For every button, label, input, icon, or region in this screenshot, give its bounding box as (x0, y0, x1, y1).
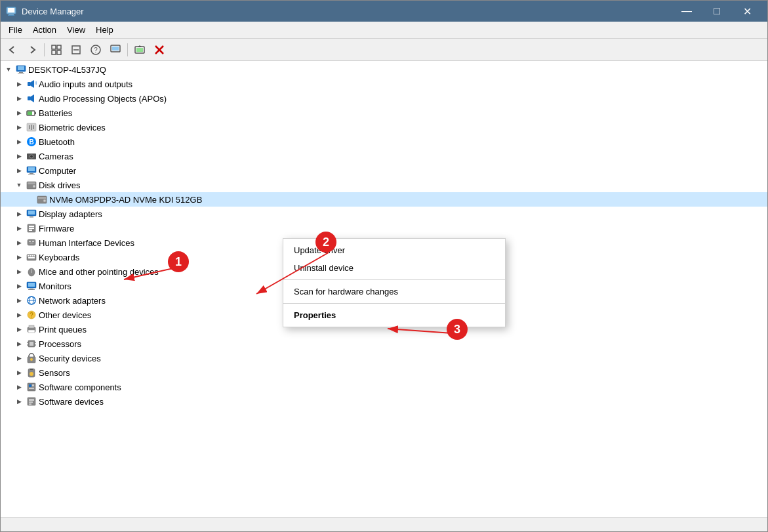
item-label: Sensors (39, 368, 70, 378)
menu-action[interactable]: Action (28, 23, 62, 37)
tree-item-batteries[interactable]: ▶ Batteries (1, 106, 767, 120)
svg-marker-24 (31, 80, 34, 88)
svg-rect-93 (29, 384, 31, 387)
root-expand-icon[interactable]: ▼ (3, 64, 14, 75)
expand-icon[interactable]: ▶ (14, 353, 24, 363)
expand-all-button[interactable] (47, 41, 66, 59)
minimize-button[interactable]: — (672, 1, 702, 22)
scan-button[interactable] (131, 41, 149, 59)
tree-root[interactable]: ▼ DESKTOP-4L537JQ (1, 62, 767, 77)
tree-item-apo[interactable]: ▶ Audio Processing Objects (APOs) (1, 91, 767, 106)
expand-icon[interactable]: ▶ (14, 151, 24, 161)
network-icon (26, 295, 37, 306)
tree-item-sw-components[interactable]: ▶ Software components (1, 380, 767, 394)
svg-rect-56 (29, 230, 32, 231)
svg-point-90 (30, 372, 33, 376)
forward-button[interactable] (23, 41, 41, 59)
item-label: Software components (39, 382, 121, 392)
expand-icon[interactable]: ▶ (14, 122, 24, 133)
item-label: Bluetooth (39, 137, 75, 147)
context-menu-scan[interactable]: Scan for hardware changes (283, 283, 505, 300)
item-label: NVMe OM3PDP3-AD NVMe KDI 512GB (49, 195, 202, 205)
expand-icon[interactable]: ▶ (14, 310, 24, 320)
tree-item-computer[interactable]: ▶ Computer (1, 163, 767, 178)
expand-icon[interactable]: ▶ (14, 223, 24, 234)
svg-rect-57 (28, 239, 35, 245)
item-label: Cameras (39, 152, 73, 161)
expand-icon[interactable]: ▶ (14, 295, 24, 306)
tree-item-sensors[interactable]: ▶ Sensors (1, 365, 767, 380)
expand-icon[interactable]: ▶ (14, 396, 24, 407)
tree-item-display[interactable]: ▶ Display adapters (1, 207, 767, 221)
expand-icon[interactable]: ▶ (14, 281, 24, 291)
expand-icon[interactable]: ▶ (14, 252, 24, 262)
tree-item-cameras[interactable]: ▶ Cameras (1, 149, 767, 163)
svg-rect-6 (52, 51, 56, 54)
window-title: Device Manager (22, 7, 672, 16)
svg-rect-70 (28, 283, 35, 287)
svg-rect-22 (18, 73, 24, 73)
context-menu-uninstall[interactable]: Uninstall device (283, 259, 505, 277)
security-icon (26, 353, 37, 363)
svg-rect-13 (112, 47, 119, 51)
svg-rect-65 (33, 255, 35, 256)
expand-icon[interactable]: ▶ (14, 324, 24, 335)
svg-rect-7 (57, 51, 61, 54)
expand-icon[interactable]: ▼ (14, 180, 24, 190)
properties-button[interactable] (106, 41, 125, 59)
device-tree[interactable]: ▼ DESKTOP-4L537JQ ▶ (1, 61, 767, 517)
svg-rect-64 (31, 255, 33, 256)
tree-item-nvme[interactable]: ▶ NVMe OM3PDP3-AD NVMe KDI 512GB (1, 192, 767, 207)
svg-rect-63 (30, 255, 31, 256)
expand-icon[interactable]: ▶ (14, 108, 24, 118)
expand-icon[interactable]: ▶ (14, 338, 24, 349)
expand-icon[interactable]: ▶ (14, 266, 24, 277)
menu-help[interactable]: Help (91, 23, 119, 37)
item-label: Print queues (39, 325, 87, 335)
title-bar: Device Manager — □ ✕ (1, 1, 767, 22)
help-button[interactable]: ? (87, 41, 105, 59)
app-icon (6, 6, 16, 16)
svg-rect-48 (38, 197, 46, 199)
svg-rect-51 (28, 211, 35, 215)
expand-icon[interactable]: ▶ (14, 93, 24, 104)
item-label: Keyboards (39, 253, 79, 262)
tree-item-firmware[interactable]: ▶ Firmware (1, 221, 767, 235)
processor-icon (26, 338, 37, 349)
expand-icon[interactable]: ▶ (14, 209, 24, 219)
item-label: Batteries (39, 108, 72, 118)
tree-item-bluetooth[interactable]: ▶ B Bluetooth (1, 134, 767, 149)
tree-item-audio-inputs[interactable]: ▶ )) Audio inputs and outputs (1, 77, 767, 91)
item-label: Processors (39, 339, 81, 349)
expand-icon[interactable]: ▶ (14, 165, 24, 176)
back-button[interactable] (3, 41, 22, 59)
menu-view[interactable]: View (62, 23, 91, 37)
maximize-button[interactable]: □ (702, 1, 732, 22)
tree-item-sw-devices[interactable]: ▶ Software devices (1, 394, 767, 409)
context-menu-update-driver[interactable]: Update driver (283, 241, 505, 259)
collapse-all-button[interactable] (67, 41, 85, 59)
audio-icon: )) (26, 79, 37, 89)
expand-icon[interactable]: ▶ (14, 136, 24, 147)
tree-item-disk-drives[interactable]: ▼ Disk drives (1, 178, 767, 192)
toolbar: ? (1, 39, 767, 61)
svg-rect-80 (28, 330, 35, 333)
remove-button[interactable] (150, 41, 169, 59)
camera-icon (26, 151, 37, 161)
svg-rect-94 (32, 384, 34, 386)
svg-rect-43 (28, 174, 35, 174)
tree-item-biometric[interactable]: ▶ Biometric devices (1, 120, 767, 134)
tree-item-processors[interactable]: ▶ Processors (1, 337, 767, 351)
expand-icon[interactable]: ▶ (14, 382, 24, 392)
svg-rect-41 (28, 167, 35, 171)
expand-icon[interactable]: ▶ (14, 367, 24, 378)
tree-item-security[interactable]: ▶ Security devices (1, 351, 767, 365)
close-button[interactable]: ✕ (732, 1, 762, 22)
context-menu-properties[interactable]: Properties (283, 306, 505, 324)
expand-icon[interactable]: ▶ (14, 237, 24, 248)
item-label: Other devices (39, 310, 91, 320)
main-content: ▼ DESKTOP-4L537JQ ▶ (1, 61, 767, 517)
expand-icon[interactable]: ▶ (14, 79, 24, 89)
svg-rect-92 (28, 383, 35, 391)
menu-file[interactable]: File (3, 23, 28, 37)
